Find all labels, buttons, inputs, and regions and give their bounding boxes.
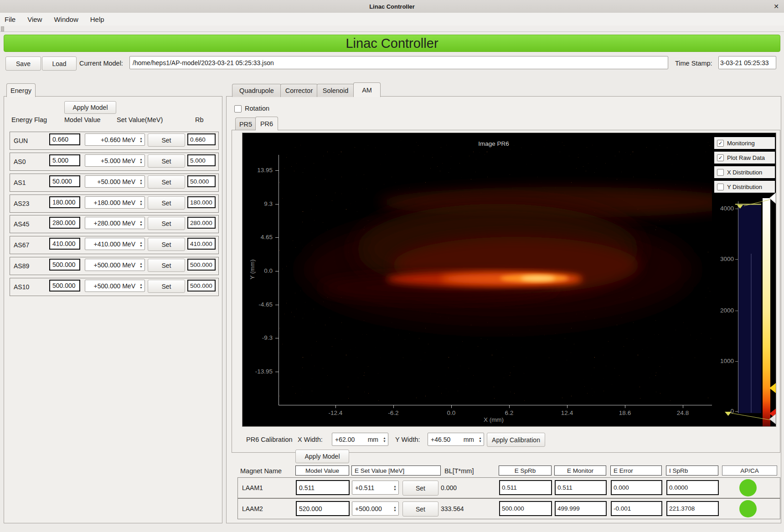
spinner-arrows-icon[interactable] [138, 241, 144, 247]
energy-set-value[interactable]: +500.000 [94, 261, 121, 269]
energy-set-spinbox[interactable]: +500.000 MeV [85, 280, 145, 292]
tab-energy[interactable]: Energy [6, 83, 36, 97]
spinner-arrows-icon[interactable] [138, 220, 144, 226]
plot-raw-data-checkbox[interactable]: ✓ [717, 154, 724, 161]
x-distribution-checkbox[interactable] [717, 169, 724, 176]
energy-apply-model-button[interactable]: Apply Model [64, 101, 116, 114]
y-distribution-checkbox[interactable] [717, 184, 724, 190]
save-button[interactable]: Save [5, 56, 41, 71]
time-stamp-input[interactable]: 3-03-21 05:25:33 [718, 56, 776, 69]
spinner-arrows-icon[interactable] [138, 200, 144, 206]
x-width-spinbox[interactable]: +62.00 mm [332, 433, 388, 446]
spinner-arrows-icon[interactable] [138, 283, 144, 289]
energy-set-button[interactable]: Set [148, 154, 185, 168]
energy-model-input[interactable]: 50.000 [49, 175, 80, 187]
energy-model-input[interactable]: 500.000 [49, 259, 80, 271]
energy-set-value[interactable]: +180.000 [94, 199, 121, 206]
current-model-input[interactable]: /home/heps1/AP-model/2023-03-21 05:25:33… [129, 56, 668, 69]
magnet-model-input[interactable]: 520.000 [296, 501, 350, 516]
spinner-arrows-icon[interactable] [138, 137, 144, 143]
energy-model-input[interactable]: 0.660 [49, 133, 80, 145]
energy-rb-readback: 5.000 [187, 154, 216, 166]
tool-strip [0, 26, 784, 32]
tab-corrector[interactable]: Corrector [280, 84, 318, 97]
energy-model-input[interactable]: 5.000 [49, 154, 80, 166]
x-distribution-label: X Distribution [727, 169, 762, 176]
energy-set-button[interactable]: Set [148, 217, 185, 230]
plot-raw-data-checkbox-row[interactable]: ✓ Plot Raw Data [714, 152, 775, 164]
energy-set-spinbox[interactable]: +50.000 MeV [85, 175, 145, 188]
menu-file[interactable]: File [5, 15, 15, 23]
colorbar-tick: 2000 [710, 307, 734, 314]
magnet-model-input[interactable]: 0.511 [296, 480, 350, 495]
energy-set-spinbox[interactable]: +500.000 MeV [85, 259, 145, 271]
menu-view[interactable]: View [27, 15, 42, 23]
menu-help[interactable]: Help [90, 15, 104, 23]
energy-set-button[interactable]: Set [148, 196, 185, 210]
tab-pr6[interactable]: PR6 [255, 117, 278, 130]
energy-set-button[interactable]: Set [148, 280, 185, 293]
image-pr6-canvas[interactable]: Image PR6 Y (mm) X (mm) 13.95 9.3 4.65 0… [242, 133, 776, 427]
apply-calibration-button[interactable]: Apply Calibration [487, 433, 545, 447]
energy-model-input[interactable]: 180.000 [49, 196, 80, 208]
x-distribution-checkbox-row[interactable]: X Distribution [714, 166, 775, 178]
magnet-row-laam1: LAAM1 0.511 +0.511 Set 0.000 0.511 0.511… [237, 477, 780, 498]
rotation-checkbox[interactable] [234, 105, 242, 113]
magnet-set-spinbox[interactable]: +0.511 [352, 481, 399, 495]
menu-window[interactable]: Window [54, 15, 78, 23]
energy-row: AS45 280.000 +280.000 MeV Set 280.000 [10, 215, 219, 233]
load-button[interactable]: Load [42, 56, 77, 71]
energy-set-button[interactable]: Set [148, 133, 185, 147]
energy-set-value[interactable]: +280.000 [94, 220, 121, 227]
magnet-set-spinbox[interactable]: +500.000 [352, 501, 399, 516]
energy-set-button[interactable]: Set [148, 238, 185, 251]
energy-set-value[interactable]: +50.000 [97, 178, 120, 185]
energy-set-button[interactable]: Set [148, 259, 185, 272]
x-tick: -6.2 [377, 409, 409, 416]
spinner-arrows-icon[interactable] [392, 506, 398, 512]
close-icon[interactable]: ✕ [772, 2, 780, 10]
spinner-arrows-icon[interactable] [477, 436, 484, 443]
tab-solenoid[interactable]: Solenoid [317, 84, 354, 97]
y-width-unit: mm [464, 436, 477, 443]
x-width-value[interactable]: +62.00 [332, 436, 368, 443]
energy-set-spinbox[interactable]: +280.000 MeV [85, 217, 145, 229]
beam-image [242, 133, 776, 426]
monitoring-checkbox[interactable]: ✓ [717, 140, 724, 147]
y-distribution-checkbox-row[interactable]: Y Distribution [714, 181, 775, 193]
energy-set-value[interactable]: +410.000 [94, 240, 121, 248]
spinner-arrows-icon[interactable] [381, 436, 388, 443]
y-width-value[interactable]: +46.50 [428, 436, 464, 443]
spinner-arrows-icon[interactable] [138, 179, 144, 185]
spinner-arrows-icon[interactable] [138, 262, 144, 268]
energy-set-value[interactable]: +500.000 [94, 282, 121, 290]
magnet-apply-model-button[interactable]: Apply Model [295, 450, 349, 463]
energy-model-input[interactable]: 280.000 [49, 217, 80, 229]
energy-set-value[interactable]: +0.660 [101, 136, 120, 143]
x-tick: -12.4 [320, 409, 351, 416]
y-tick: 4.65 [245, 234, 273, 240]
x-tick: 24.8 [667, 409, 699, 416]
monitoring-checkbox-row[interactable]: ✓ Monitoring [714, 137, 775, 149]
energy-set-spinbox[interactable]: +180.000 MeV [85, 196, 145, 209]
spinner-arrows-icon[interactable] [392, 485, 398, 491]
energy-set-button[interactable]: Set [148, 175, 185, 189]
magnet-set-button[interactable]: Set [402, 501, 438, 517]
energy-set-unit: MeV [122, 136, 135, 143]
energy-model-input[interactable]: 410.000 [49, 238, 80, 250]
tab-pr5[interactable]: PR5 [235, 118, 256, 130]
tab-am[interactable]: AM [353, 82, 381, 97]
energy-model-input[interactable]: 500.000 [49, 280, 80, 292]
y-tick: 9.3 [245, 200, 273, 207]
energy-set-spinbox[interactable]: +410.000 MeV [85, 238, 145, 250]
energy-set-spinbox[interactable]: +5.000 MeV [85, 154, 145, 167]
spinner-arrows-icon[interactable] [138, 158, 144, 164]
energy-row: AS89 500.000 +500.000 MeV Set 500.000 [10, 257, 219, 275]
magnet-set-value[interactable]: +500.000 [352, 505, 392, 512]
energy-set-spinbox[interactable]: +0.660 MeV [85, 133, 145, 146]
magnet-set-button[interactable]: Set [402, 481, 438, 496]
magnet-set-value[interactable]: +0.511 [352, 484, 392, 491]
tab-quadrupole[interactable]: Quadrupole [232, 84, 281, 97]
y-width-spinbox[interactable]: +46.50 mm [428, 433, 484, 446]
energy-set-value[interactable]: +5.000 [101, 157, 120, 164]
